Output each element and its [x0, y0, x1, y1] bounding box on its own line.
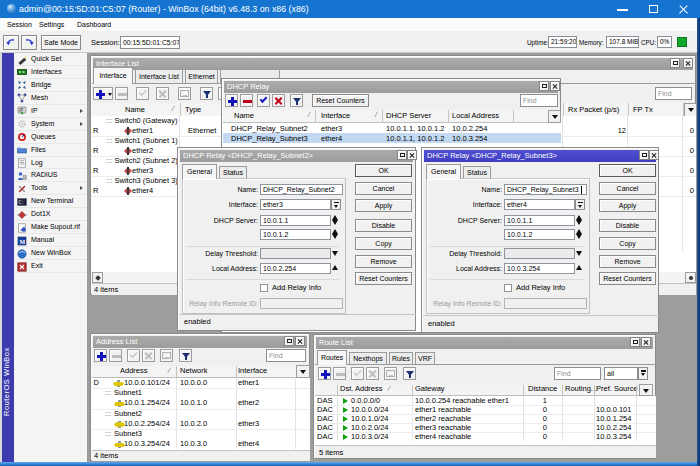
svg-text:C:: C: — [19, 200, 25, 205]
svg-text:IP: IP — [19, 108, 23, 113]
svg-text:M: M — [19, 238, 25, 244]
